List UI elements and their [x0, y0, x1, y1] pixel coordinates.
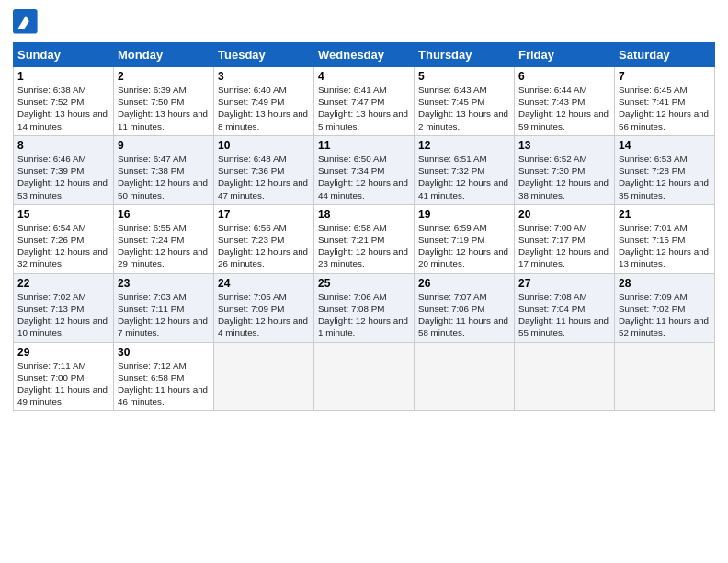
calendar-cell: [214, 342, 314, 411]
calendar-cell: 10 Sunrise: 6:48 AMSunset: 7:36 PMDaylig…: [214, 135, 314, 204]
weekday-header-saturday: Saturday: [615, 43, 715, 67]
day-info: Sunrise: 6:58 AMSunset: 7:21 PMDaylight:…: [318, 223, 408, 270]
day-number: 7: [619, 70, 711, 83]
day-number: 20: [518, 208, 610, 221]
day-info: Sunrise: 6:41 AMSunset: 7:47 PMDaylight:…: [318, 85, 408, 132]
calendar-cell: 18 Sunrise: 6:58 AMSunset: 7:21 PMDaylig…: [314, 204, 415, 273]
calendar-cell: 13 Sunrise: 6:52 AMSunset: 7:30 PMDaylig…: [515, 135, 615, 204]
calendar-cell: 25 Sunrise: 7:06 AMSunset: 7:08 PMDaylig…: [314, 273, 415, 342]
day-number: 28: [619, 277, 711, 290]
day-info: Sunrise: 6:44 AMSunset: 7:43 PMDaylight:…: [518, 85, 609, 132]
day-info: Sunrise: 7:00 AMSunset: 7:17 PMDaylight:…: [518, 223, 609, 270]
calendar-cell: 20 Sunrise: 7:00 AMSunset: 7:17 PMDaylig…: [515, 204, 615, 273]
calendar-cell: 4 Sunrise: 6:41 AMSunset: 7:47 PMDayligh…: [314, 67, 415, 136]
day-number: 15: [17, 208, 109, 221]
day-number: 2: [118, 70, 210, 83]
calendar-cell: 9 Sunrise: 6:47 AMSunset: 7:38 PMDayligh…: [114, 135, 214, 204]
calendar-cell: 8 Sunrise: 6:46 AMSunset: 7:39 PMDayligh…: [14, 135, 114, 204]
calendar-cell: 30 Sunrise: 7:12 AMSunset: 6:58 PMDaylig…: [114, 342, 214, 411]
day-info: Sunrise: 6:56 AMSunset: 7:23 PMDaylight:…: [218, 223, 308, 270]
calendar-cell: 29 Sunrise: 7:11 AMSunset: 7:00 PMDaylig…: [14, 342, 114, 411]
day-info: Sunrise: 6:46 AMSunset: 7:39 PMDaylight:…: [17, 154, 108, 201]
calendar-cell: 3 Sunrise: 6:40 AMSunset: 7:49 PMDayligh…: [214, 67, 314, 136]
day-info: Sunrise: 6:55 AMSunset: 7:24 PMDaylight:…: [118, 223, 208, 270]
day-info: Sunrise: 7:11 AMSunset: 7:00 PMDaylight:…: [17, 361, 108, 408]
calendar-week-2: 8 Sunrise: 6:46 AMSunset: 7:39 PMDayligh…: [14, 135, 715, 204]
header: [13, 9, 715, 35]
calendar-cell: 14 Sunrise: 6:53 AMSunset: 7:28 PMDaylig…: [615, 135, 715, 204]
calendar-cell: 15 Sunrise: 6:54 AMSunset: 7:26 PMDaylig…: [14, 204, 114, 273]
day-number: 22: [17, 277, 109, 290]
day-info: Sunrise: 7:09 AMSunset: 7:02 PMDaylight:…: [619, 292, 709, 339]
day-number: 29: [17, 346, 109, 359]
day-info: Sunrise: 6:45 AMSunset: 7:41 PMDaylight:…: [619, 85, 709, 132]
weekday-header-tuesday: Tuesday: [214, 43, 314, 67]
calendar-cell: 12 Sunrise: 6:51 AMSunset: 7:32 PMDaylig…: [415, 135, 515, 204]
day-number: 8: [17, 139, 109, 152]
calendar-cell: 24 Sunrise: 7:05 AMSunset: 7:09 PMDaylig…: [214, 273, 314, 342]
day-number: 14: [619, 139, 711, 152]
day-info: Sunrise: 7:02 AMSunset: 7:13 PMDaylight:…: [17, 292, 108, 339]
day-info: Sunrise: 6:53 AMSunset: 7:28 PMDaylight:…: [619, 154, 709, 201]
day-info: Sunrise: 6:47 AMSunset: 7:38 PMDaylight:…: [118, 154, 208, 201]
day-number: 1: [17, 70, 109, 83]
day-info: Sunrise: 7:06 AMSunset: 7:08 PMDaylight:…: [318, 292, 408, 339]
day-number: 23: [118, 277, 210, 290]
page-container: SundayMondayTuesdayWednesdayThursdayFrid…: [0, 0, 728, 420]
calendar-cell: [615, 342, 715, 411]
calendar-week-3: 15 Sunrise: 6:54 AMSunset: 7:26 PMDaylig…: [14, 204, 715, 273]
day-info: Sunrise: 7:12 AMSunset: 6:58 PMDaylight:…: [118, 361, 208, 408]
calendar-cell: [314, 342, 415, 411]
day-number: 3: [218, 70, 310, 83]
day-info: Sunrise: 7:01 AMSunset: 7:15 PMDaylight:…: [619, 223, 709, 270]
day-info: Sunrise: 6:38 AMSunset: 7:52 PMDaylight:…: [17, 85, 108, 132]
day-info: Sunrise: 6:51 AMSunset: 7:32 PMDaylight:…: [418, 154, 508, 201]
day-info: Sunrise: 6:39 AMSunset: 7:50 PMDaylight:…: [118, 85, 208, 132]
day-info: Sunrise: 6:52 AMSunset: 7:30 PMDaylight:…: [518, 154, 609, 201]
calendar-table: SundayMondayTuesdayWednesdayThursdayFrid…: [13, 42, 715, 411]
calendar-cell: 26 Sunrise: 7:07 AMSunset: 7:06 PMDaylig…: [415, 273, 515, 342]
weekday-header-sunday: Sunday: [14, 43, 114, 67]
calendar-cell: [415, 342, 515, 411]
calendar-cell: 11 Sunrise: 6:50 AMSunset: 7:34 PMDaylig…: [314, 135, 415, 204]
day-number: 13: [518, 139, 610, 152]
calendar-cell: 5 Sunrise: 6:43 AMSunset: 7:45 PMDayligh…: [415, 67, 515, 136]
weekday-header-friday: Friday: [515, 43, 615, 67]
day-number: 10: [218, 139, 310, 152]
weekday-header-row: SundayMondayTuesdayWednesdayThursdayFrid…: [14, 43, 715, 67]
day-info: Sunrise: 7:03 AMSunset: 7:11 PMDaylight:…: [118, 292, 208, 339]
day-number: 24: [218, 277, 310, 290]
day-info: Sunrise: 6:48 AMSunset: 7:36 PMDaylight:…: [218, 154, 308, 201]
weekday-header-monday: Monday: [114, 43, 214, 67]
day-number: 18: [318, 208, 410, 221]
weekday-header-wednesday: Wednesday: [314, 43, 415, 67]
day-number: 9: [118, 139, 210, 152]
calendar-cell: 28 Sunrise: 7:09 AMSunset: 7:02 PMDaylig…: [615, 273, 715, 342]
day-number: 6: [518, 70, 610, 83]
calendar-cell: 16 Sunrise: 6:55 AMSunset: 7:24 PMDaylig…: [114, 204, 214, 273]
calendar-week-5: 29 Sunrise: 7:11 AMSunset: 7:00 PMDaylig…: [14, 342, 715, 411]
logo-icon: [13, 9, 39, 35]
day-number: 25: [318, 277, 410, 290]
day-number: 27: [518, 277, 610, 290]
day-number: 12: [418, 139, 510, 152]
calendar-cell: 6 Sunrise: 6:44 AMSunset: 7:43 PMDayligh…: [515, 67, 615, 136]
calendar-cell: 2 Sunrise: 6:39 AMSunset: 7:50 PMDayligh…: [114, 67, 214, 136]
day-number: 19: [418, 208, 510, 221]
calendar-cell: 27 Sunrise: 7:08 AMSunset: 7:04 PMDaylig…: [515, 273, 615, 342]
day-info: Sunrise: 7:07 AMSunset: 7:06 PMDaylight:…: [418, 292, 508, 339]
calendar-cell: 19 Sunrise: 6:59 AMSunset: 7:19 PMDaylig…: [415, 204, 515, 273]
calendar-cell: 22 Sunrise: 7:02 AMSunset: 7:13 PMDaylig…: [14, 273, 114, 342]
calendar-week-1: 1 Sunrise: 6:38 AMSunset: 7:52 PMDayligh…: [14, 67, 715, 136]
weekday-header-thursday: Thursday: [415, 43, 515, 67]
day-info: Sunrise: 6:43 AMSunset: 7:45 PMDaylight:…: [418, 85, 508, 132]
calendar-cell: [515, 342, 615, 411]
day-number: 21: [619, 208, 711, 221]
day-number: 16: [118, 208, 210, 221]
calendar-cell: 7 Sunrise: 6:45 AMSunset: 7:41 PMDayligh…: [615, 67, 715, 136]
day-info: Sunrise: 7:08 AMSunset: 7:04 PMDaylight:…: [518, 292, 609, 339]
day-info: Sunrise: 6:59 AMSunset: 7:19 PMDaylight:…: [418, 223, 508, 270]
day-number: 4: [318, 70, 410, 83]
calendar-cell: 17 Sunrise: 6:56 AMSunset: 7:23 PMDaylig…: [214, 204, 314, 273]
calendar-cell: 23 Sunrise: 7:03 AMSunset: 7:11 PMDaylig…: [114, 273, 214, 342]
